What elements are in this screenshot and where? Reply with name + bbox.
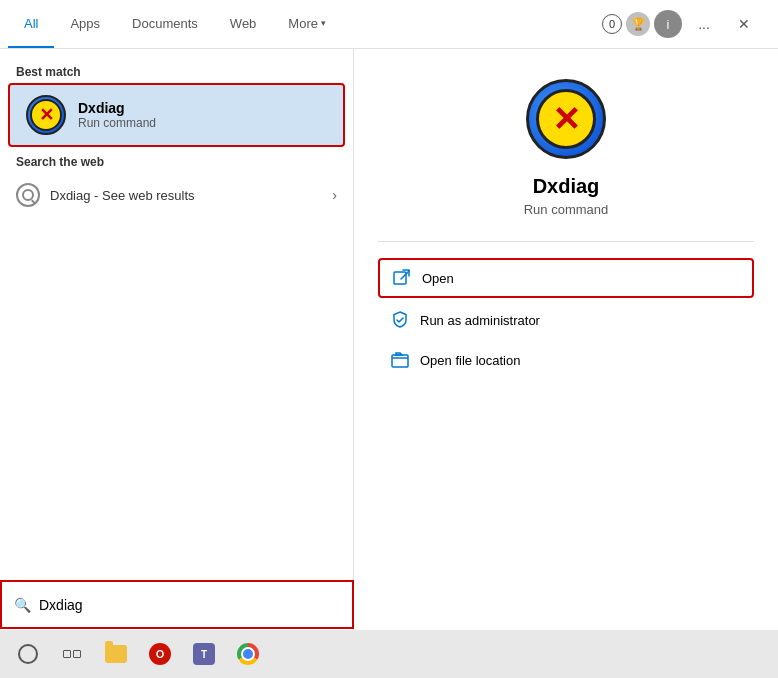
trophy-icon[interactable]: 🏆 — [626, 12, 650, 36]
taskview-icon — [63, 650, 81, 658]
tab-web[interactable]: Web — [214, 0, 273, 48]
dxdiag-icon — [26, 95, 66, 135]
circle-icon — [18, 644, 38, 664]
open-file-location-action[interactable]: Open file location — [378, 342, 754, 378]
main-content: Best match Dxdiag Run command Search the… — [0, 49, 778, 630]
left-panel: Best match Dxdiag Run command Search the… — [0, 49, 354, 630]
file-explorer-button[interactable] — [96, 634, 136, 674]
close-button[interactable]: ✕ — [726, 6, 762, 42]
start-button[interactable] — [8, 634, 48, 674]
app-name: Dxdiag — [78, 100, 156, 116]
web-search-label: Search the web — [0, 147, 353, 173]
chrome-button[interactable] — [228, 634, 268, 674]
folder-icon — [105, 645, 127, 663]
nav-right-icons: 0 🏆 i ... ✕ — [602, 6, 770, 42]
tab-more[interactable]: More ▾ — [272, 0, 342, 48]
search-inner-icon — [22, 189, 34, 201]
shield-icon — [390, 310, 410, 330]
best-match-label: Best match — [0, 57, 353, 83]
badge-count[interactable]: 0 — [602, 14, 622, 34]
search-bar-icon: 🔍 — [14, 597, 31, 613]
svg-rect-0 — [394, 272, 406, 284]
svg-rect-1 — [392, 355, 408, 367]
web-search-text: Dxdiag - See web results — [50, 188, 195, 203]
file-location-icon — [390, 350, 410, 370]
open-label: Open — [422, 271, 454, 286]
open-action[interactable]: Open — [378, 258, 754, 298]
teams-button[interactable]: T — [184, 634, 224, 674]
dxdiag-large-icon — [526, 79, 606, 159]
run-as-admin-action[interactable]: Run as administrator — [378, 302, 754, 338]
ellipsis-icon[interactable]: ... — [686, 6, 722, 42]
web-search-item[interactable]: Dxdiag - See web results › — [0, 173, 353, 217]
right-panel: Dxdiag Run command Open — [354, 49, 778, 630]
nav-tabs: All Apps Documents Web More ▾ 0 🏆 i ... … — [0, 0, 778, 49]
opera-button[interactable]: O — [140, 634, 180, 674]
chevron-right-icon: › — [332, 187, 337, 203]
chrome-icon — [237, 643, 259, 665]
open-file-location-label: Open file location — [420, 353, 520, 368]
taskview-button[interactable] — [52, 634, 92, 674]
chevron-down-icon: ▾ — [321, 18, 326, 28]
person-icon[interactable]: i — [654, 10, 682, 38]
search-bar[interactable]: 🔍 — [0, 580, 354, 629]
taskbar: O T — [0, 630, 778, 678]
best-match-item[interactable]: Dxdiag Run command — [8, 83, 345, 147]
teams-icon: T — [193, 643, 215, 665]
app-info: Dxdiag Run command — [78, 100, 156, 130]
start-menu: All Apps Documents Web More ▾ 0 🏆 i ... … — [0, 0, 778, 630]
divider — [378, 241, 754, 242]
tab-documents[interactable]: Documents — [116, 0, 214, 48]
opera-icon: O — [149, 643, 171, 665]
open-icon — [392, 268, 412, 288]
app-large-name: Dxdiag — [533, 175, 600, 198]
app-type: Run command — [78, 116, 156, 130]
search-circle-icon — [16, 183, 40, 207]
tab-apps[interactable]: Apps — [54, 0, 116, 48]
search-input[interactable] — [39, 597, 340, 613]
run-as-admin-label: Run as administrator — [420, 313, 540, 328]
app-large-type: Run command — [524, 202, 609, 217]
tab-all[interactable]: All — [8, 0, 54, 48]
